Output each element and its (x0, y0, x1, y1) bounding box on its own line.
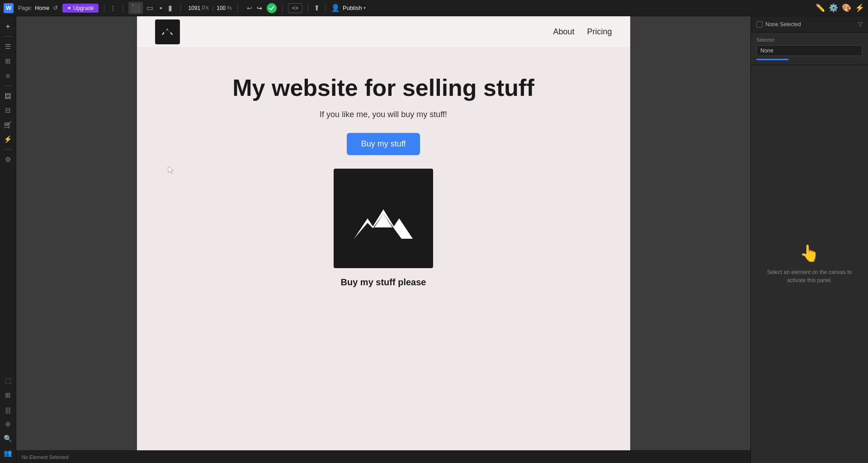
hero-title: My website for selling stuff (155, 75, 612, 101)
code-icon: <> (292, 5, 298, 11)
collaboration-icon[interactable]: 👥 (2, 447, 14, 459)
canvas-wrapper: About Pricing My website for selling stu… (16, 16, 750, 450)
left-sidebar: ＋ ☰ ⊞ ≡ 🖼 ⊟ 🛒 ⚡ ⚙ ⬚ ⊞ ||| ⊛ 🔍 👥 (0, 16, 16, 463)
cms-icon[interactable]: ⊟ (2, 104, 14, 117)
none-selected-label: None Selected (765, 21, 801, 28)
more-options-icon[interactable]: ⋮ (110, 5, 117, 12)
mobile-button[interactable]: ▮ (165, 2, 175, 14)
separator-3 (180, 4, 181, 13)
separator-5 (282, 4, 283, 13)
panel-filter-icon[interactable]: ▽ (858, 21, 863, 28)
selector-label: Selector (756, 37, 863, 43)
separator-6 (308, 4, 308, 13)
nav-links: About Pricing (553, 27, 612, 37)
pricing-nav-link[interactable]: Pricing (587, 27, 612, 37)
grid-icon[interactable]: ⊞ (2, 389, 14, 402)
zoom-value: 100 (217, 5, 226, 11)
panel-header: None Selected ▽ (751, 16, 868, 33)
selector-tool-button[interactable]: ✏️ (816, 3, 825, 13)
add-element-icon[interactable]: ＋ (2, 20, 14, 33)
settings-button[interactable]: ⚙️ (829, 3, 838, 13)
canvas-area: About Pricing My website for selling stu… (16, 16, 750, 463)
status-bar: No Element Selected (16, 450, 750, 463)
webflow-logo[interactable]: W (4, 3, 14, 13)
width-unit: PX (202, 5, 209, 11)
site-navigation: About Pricing (137, 16, 630, 48)
device-group: ⬛ ▭ ▪ ▮ (128, 2, 175, 14)
settings-sidebar-icon[interactable]: ⚙ (2, 153, 14, 166)
site-logo[interactable] (155, 19, 180, 44)
main-layout: ＋ ☰ ⊞ ≡ 🖼 ⊟ 🛒 ⚡ ⚙ ⬚ ⊞ ||| ⊛ 🔍 👥 (0, 16, 868, 463)
panel-empty-state: 👆 Select an element on the canvas to act… (751, 65, 868, 463)
assets-icon[interactable]: 🖼 (2, 90, 14, 102)
site-frame: About Pricing My website for selling stu… (137, 16, 630, 450)
publish-caret-icon: ▾ (363, 5, 366, 10)
selector-progress-bar (756, 59, 863, 60)
sidebar-divider-2 (4, 85, 13, 86)
selector-input[interactable] (756, 45, 863, 56)
top-toolbar: W Page: Home ↺ ✦ Upgrade ⋮ ⬛ ▭ ▪ ▮ 1091 … (0, 0, 868, 16)
sidebar-divider-3 (4, 149, 13, 150)
right-panel: None Selected ▽ Selector 👆 Select an ele… (750, 16, 868, 463)
status-text: No Element Selected (22, 454, 68, 460)
paint-bucket-button[interactable]: 🎨 (842, 3, 851, 13)
history-controls: ↩ ↪ (245, 4, 264, 13)
svg-marker-4 (163, 29, 172, 35)
lightning-button[interactable]: ⚡ (855, 3, 864, 13)
about-nav-link[interactable]: About (553, 27, 574, 37)
page-label: Page: (18, 5, 32, 11)
page-name: Home (35, 5, 49, 11)
none-selected-area: None Selected (756, 21, 801, 28)
ecommerce-icon[interactable]: 🛒 (2, 118, 14, 131)
undo-button[interactable]: ↩ (245, 4, 254, 13)
width-value: 1091 (188, 5, 200, 11)
selector-section: Selector (751, 33, 868, 65)
hero-logo-image (334, 169, 433, 268)
refresh-icon[interactable]: ↺ (53, 5, 58, 11)
multiselect-icon[interactable]: ⬚ (2, 374, 14, 387)
user-button[interactable]: 👤 (331, 4, 340, 12)
tablet-button[interactable]: ▪ (157, 2, 165, 14)
canvas-frame[interactable]: About Pricing My website for selling stu… (16, 16, 750, 450)
navigator-icon[interactable]: ⊞ (2, 55, 14, 67)
logic-icon[interactable]: ⚡ (2, 133, 14, 146)
publish-button[interactable]: Publish ▾ (343, 5, 366, 11)
hero-section: My website for selling stuff If you like… (137, 48, 630, 310)
integrations-icon[interactable]: ⊛ (2, 418, 14, 430)
separator-2 (123, 4, 123, 13)
hero-cta-button[interactable]: Buy my stuff (347, 133, 420, 155)
breakpoints-icon[interactable]: ||| (2, 403, 14, 416)
none-selected-checkbox[interactable] (756, 21, 763, 28)
panel-empty-text: Select an element on the canvas to activ… (760, 268, 859, 284)
hand-pointer-icon: 👆 (799, 244, 820, 263)
hero-subtitle: If you like me, you will buy my stuff! (155, 110, 612, 119)
pages-icon[interactable]: ☰ (2, 40, 14, 53)
desktop-device-button[interactable]: ⬛ (128, 2, 143, 14)
canvas-dimensions: 1091 PX | 100 % (188, 5, 232, 11)
separator-1 (104, 4, 104, 13)
search-sidebar-icon[interactable]: 🔍 (2, 432, 14, 445)
separator-7 (325, 4, 326, 13)
redo-button[interactable]: ↪ (255, 4, 264, 13)
tablet-landscape-button[interactable]: ▭ (144, 2, 156, 14)
layers-icon[interactable]: ≡ (2, 69, 14, 82)
code-editor-button[interactable]: <> (288, 3, 302, 13)
save-check-button[interactable] (267, 3, 277, 13)
right-tool-icons: ✏️ ⚙️ 🎨 ⚡ (816, 3, 864, 13)
upgrade-button[interactable]: ✦ Upgrade (62, 4, 98, 13)
zoom-unit: % (227, 5, 232, 11)
bottom-section-text: Buy my stuff please (155, 277, 612, 292)
sidebar-divider-1 (4, 36, 13, 37)
separator-4 (237, 4, 238, 13)
hero-image-container (155, 169, 612, 268)
svg-rect-3 (159, 35, 175, 37)
export-button[interactable]: ⬆ (314, 4, 320, 12)
publish-label: Publish (343, 5, 362, 11)
